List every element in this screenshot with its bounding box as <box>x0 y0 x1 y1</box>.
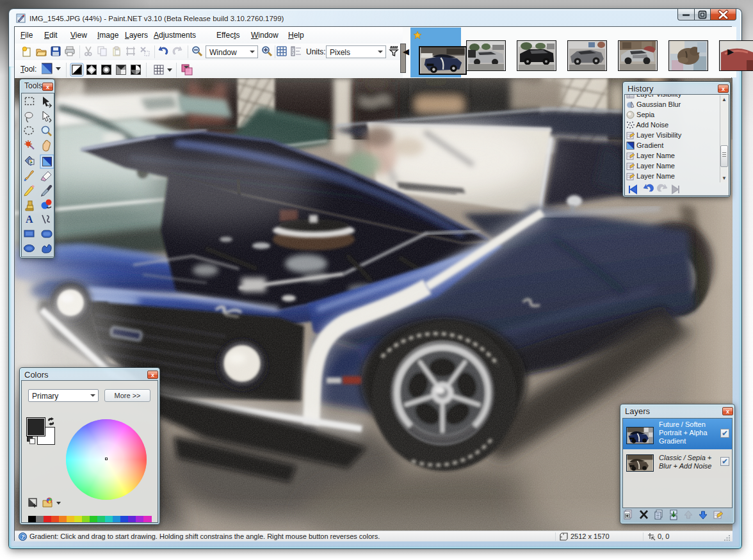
svg-text:?: ? <box>21 534 25 540</box>
svg-text:A: A <box>26 214 33 225</box>
svg-text:Units:: Units: <box>306 47 326 56</box>
